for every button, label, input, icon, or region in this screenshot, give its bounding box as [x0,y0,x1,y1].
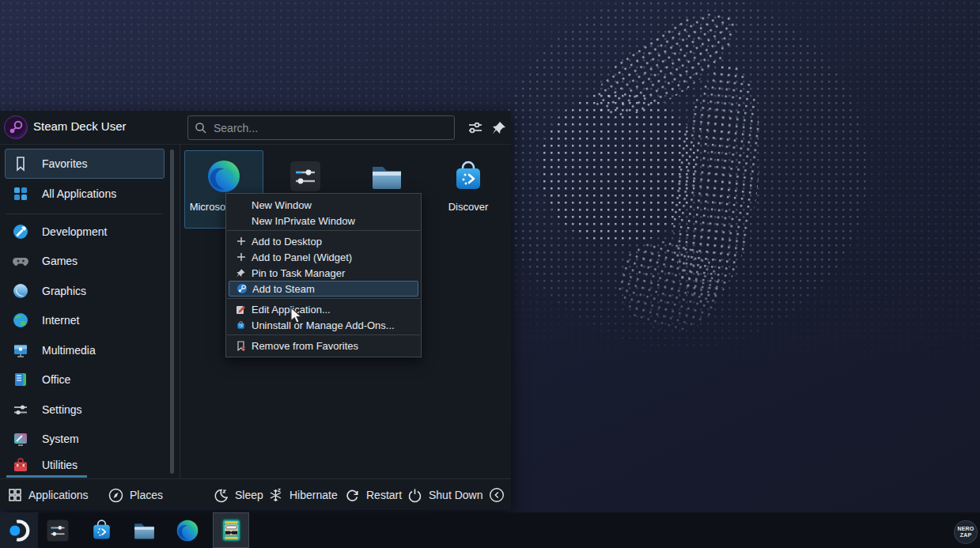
sidebar-scrollbar[interactable] [170,149,174,474]
office-icon [11,370,30,389]
multimedia-icon [11,341,30,360]
file-manager-icon [368,157,406,195]
taskbar: NERO ZAP [0,512,980,548]
launcher-footer: Applications Places Sleep [0,478,511,510]
games-icon [11,251,30,270]
taskbar-discover-button[interactable] [83,512,119,548]
sidebar-item-utilities[interactable]: Utilities [5,454,165,476]
settings-app-icon [286,157,324,195]
discover-icon [89,517,115,543]
restart-icon [345,488,360,503]
menu-item-add-to-panel[interactable]: Add to Panel (Widget) [226,249,421,265]
watermark-badge: NERO ZAP [954,520,978,544]
sidebar-item-settings[interactable]: Settings [5,395,165,425]
sidebar-item-system[interactable]: System [5,424,165,454]
steam-avatar-icon [6,118,25,137]
shutdown-icon [407,488,422,503]
edit-icon [234,304,248,315]
sidebar-item-multimedia[interactable]: Multimedia [5,335,165,365]
user-avatar[interactable] [4,115,28,139]
sidebar-item-games[interactable]: Games [5,246,165,276]
search-placeholder: Search... [214,122,258,134]
steam-icon [235,283,248,294]
footer-action-restart[interactable]: Restart [345,479,402,511]
menu-item-uninstall-or-manage[interactable]: Uninstall or Manage Add-Ons... [226,317,421,333]
menu-item-remove-from-favorites[interactable]: Remove from Favorites [226,338,421,353]
footer-tab-places[interactable]: Places [108,479,163,511]
user-name: Steam Deck User [33,119,127,133]
launcher-header: Steam Deck User Search... [0,111,511,145]
bookmark-icon [11,154,30,173]
menu-separator [227,334,420,335]
edge-icon [175,518,200,543]
hibernate-icon [268,488,283,503]
store-icon [234,320,248,331]
sidebar-item-development[interactable]: Development [5,217,165,247]
desktop: Steam Deck User Search... [0,0,980,548]
sidebar-separator [6,214,163,214]
footer-collapse-button[interactable] [489,479,505,511]
graphics-icon [11,282,30,300]
footer-action-shut-down[interactable]: Shut Down [407,479,482,511]
menu-item-add-to-steam[interactable]: Add to Steam [229,281,418,297]
menu-item-new-inprivate-window[interactable]: New InPrivate Window [226,213,421,229]
footer-tab-applications[interactable]: Applications [8,479,89,511]
app-tile-discover[interactable]: Discover [429,150,508,229]
steamdeck-logo-icon [7,519,31,542]
plus-icon [234,236,248,246]
pin-icon[interactable] [489,118,509,138]
taskbar-microsoft-edge-button[interactable] [169,512,206,548]
plus-icon [234,252,248,262]
menu-item-edit-application[interactable]: Edit Application... [226,301,421,317]
filter-icon[interactable] [465,118,486,138]
settings-icon [11,400,30,419]
discover-icon [449,157,487,195]
taskbar-running-app-button[interactable] [213,512,249,548]
sidebar-item-all-applications[interactable]: All Applications [5,179,165,209]
applications-grid-icon [8,488,22,502]
system-icon [11,429,30,448]
menu-separator [227,298,420,299]
remove-favorite-icon [234,341,248,351]
compass-icon [108,488,123,503]
menu-item-new-window[interactable]: New Window [226,197,421,213]
development-icon [11,222,30,241]
utilities-icon [11,455,30,474]
search-icon [195,122,207,134]
sidebar-item-internet[interactable]: Internet [5,305,165,335]
file-manager-icon [131,517,157,543]
emudeck-icon [218,517,244,543]
edge-icon [205,157,243,195]
taskbar-settings-app-button[interactable] [40,512,76,548]
sidebar-item-favorites[interactable]: Favorites [5,149,165,179]
menu-separator [227,230,420,231]
sleep-icon [214,488,229,503]
taskbar-file-manager-button[interactable] [126,512,162,548]
sidebar-item-graphics[interactable]: Graphics [5,276,165,306]
taskbar-application-launcher-button[interactable] [0,512,38,548]
menu-item-add-to-desktop[interactable]: Add to Desktop [226,233,421,249]
context-menu: New Window New InPrivate Window Add to D… [225,193,422,357]
pin-icon [234,268,248,278]
internet-icon [11,311,30,330]
footer-action-hibernate[interactable]: Hibernate [268,479,338,511]
menu-item-pin-to-task-manager[interactable]: Pin to Task Manager [226,265,421,281]
all-apps-grid-icon [11,184,30,203]
scroll-edge-indicator [6,475,87,478]
search-input[interactable]: Search... [187,115,455,140]
footer-action-sleep[interactable]: Sleep [214,479,263,511]
launcher-sidebar: Favorites All Applications Develo [0,145,180,478]
chevron-left-circle-icon [489,487,505,503]
sidebar-item-office[interactable]: Office [5,365,165,395]
settings-app-icon [44,517,71,544]
